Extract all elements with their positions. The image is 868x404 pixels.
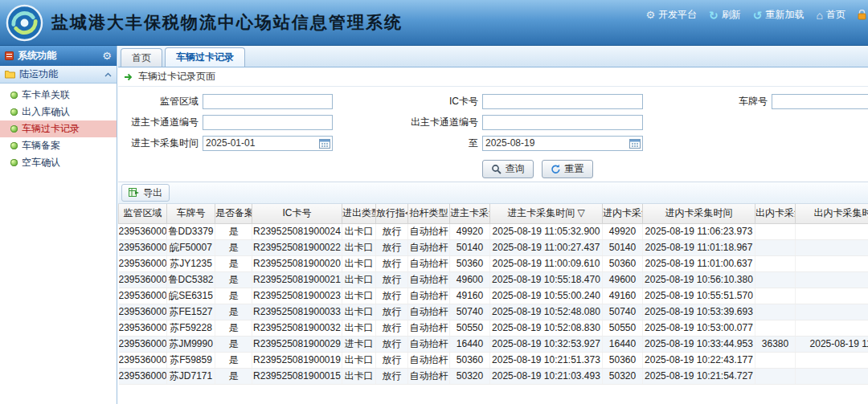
export-icon [129,188,140,198]
tab-home[interactable]: 首页 [121,48,162,67]
column-header[interactable]: 车牌号 [167,204,215,223]
table-row[interactable]: 2395360001苏JM9990是R239525081900029进卡口放行自… [119,336,868,352]
table-cell: 2025-08-19 11:01:00.637 [643,255,755,271]
column-header[interactable]: 抬杆类型 [408,204,450,223]
nav-logout[interactable] [858,10,866,20]
table-cell: 出卡口 [342,368,376,384]
table-cell: 自动抬杆 [408,352,450,368]
column-header[interactable]: 出内卡采集时间 [796,204,868,223]
time-from-input[interactable] [203,136,333,151]
table-row[interactable]: 2395360001鲁DD3379是R239525081900024出卡口放行自… [119,223,868,239]
column-header[interactable]: 进内卡采集重 [603,204,643,223]
table-cell: 50320 [603,368,643,384]
table-row[interactable]: 2395360001苏FE1527是R239525081900033出卡口放行自… [119,304,868,320]
grid-toolbar: 导出 [118,182,868,204]
sidebar-item-vehicle-pass-records[interactable]: 车辆过卡记录 [0,120,117,137]
table-cell: 自动抬杆 [408,368,450,384]
sidebar-items: 车卡单关联 出入库确认 车辆过卡记录 车辆备案 空车确认 [0,84,117,174]
column-header[interactable]: 进内卡采集时间 [643,204,755,223]
folder-icon [5,70,15,79]
table-cell: 自动抬杆 [408,336,450,352]
reset-button[interactable]: 重置 [542,160,593,178]
table-row[interactable]: 2395360001苏JY1235是R239525081900020出卡口放行自… [119,255,868,271]
table-cell: 进卡口 [342,336,376,352]
ic-card-input[interactable] [482,94,643,109]
nav-refresh-label: 刷新 [722,8,741,22]
column-header[interactable]: 出内卡采集重 [755,204,796,223]
table-cell: 2025-08-19 11:01:18.967 [643,239,755,255]
table-cell: 出卡口 [342,304,376,320]
region-input[interactable] [203,94,333,109]
table-cell: 50360 [603,352,643,368]
reset-icon [551,164,561,174]
table-row[interactable]: 2395360001苏JD7171是R239525081900015出卡口放行自… [119,368,868,384]
reset-button-label: 重置 [565,162,584,176]
table-row[interactable]: 2395360001皖SE6315是R239525081900023出卡口放行自… [119,288,868,304]
table-cell: 2025-08-19 10:22:43.177 [643,352,755,368]
calendar-icon[interactable] [319,138,330,149]
table-cell: 50320 [450,368,490,384]
gear-icon[interactable]: ⚙ [102,51,112,61]
region-label: 监管区域 [118,95,203,108]
column-header[interactable]: 放行指令 [376,204,408,223]
table-cell: 出卡口 [342,223,376,239]
column-header[interactable]: 进主卡采集时间 ▽ [490,204,603,223]
sidebar-item-card-association[interactable]: 车卡单关联 [0,87,117,104]
time-to-input[interactable] [482,136,643,151]
in-channel-input[interactable] [203,115,333,130]
query-button[interactable]: 查询 [482,160,534,178]
table-cell: 自动抬杆 [408,223,450,239]
table-body: 2395360001鲁DD3379是R239525081900024出卡口放行自… [119,223,868,384]
table-row[interactable]: 2395360001苏F59859是R239525081900019出卡口放行自… [119,352,868,368]
table-cell: R239525081900015 [252,368,342,384]
sidebar: 系统功能 ⚙ 陆运功能 车卡单关联 出入库确认 [0,46,117,404]
export-button-label: 导出 [143,186,162,200]
table-row[interactable]: 2395360001苏F59228是R239525081900032出卡口放行自… [119,320,868,336]
column-header[interactable]: IC卡号 [252,204,342,223]
table-row[interactable]: 2395360001皖F50007是R239525081900022出卡口放行自… [119,239,868,255]
table-cell: 放行 [376,352,408,368]
nav-reload[interactable]: ↺ 重新加载 [753,8,805,22]
column-header[interactable]: 是否备案 [215,204,252,223]
sidebar-item-vehicle-filing[interactable]: 车辆备案 [0,137,117,154]
table-cell: 自动抬杆 [408,271,450,288]
table-cell [796,320,868,336]
table-cell: 2395360001 [119,271,167,288]
table-cell: 2395360001 [119,304,167,320]
table-cell: 出卡口 [342,352,376,368]
nav-refresh[interactable]: ↻ 刷新 [709,8,741,22]
table-cell: R239525081900032 [252,320,342,336]
sidebar-group-land-transport[interactable]: 陆运功能 [0,66,117,84]
plate-input[interactable] [772,94,868,109]
table-row[interactable]: 2395360001鲁DC5382是R239525081900021出卡口放行自… [119,271,868,288]
column-header[interactable]: 监管区域 [119,204,167,223]
search-form: 监管区域 IC卡号 车牌号 进主卡通道编号 出主卡通道编号 进主卡采集时间 [118,87,868,178]
calendar-icon[interactable] [629,138,641,149]
table-cell: 16440 [450,336,490,352]
table-cell: 苏JY1235 [167,255,215,271]
table-cell: 出卡口 [342,239,376,255]
sidebar-title: 系统功能 [18,49,56,63]
table-cell [796,352,868,368]
column-header[interactable]: 进出类型 [342,204,376,223]
table-cell: 自动抬杆 [408,320,450,336]
table-cell: 50740 [603,304,643,320]
sidebar-item-empty-vehicle-confirm[interactable]: 空车确认 [0,154,117,171]
records-table: 监管区域车牌号是否备案IC卡号进出类型放行指令抬杆类型进主卡采集重进主卡采集时间… [118,204,868,385]
out-channel-input[interactable] [482,115,643,130]
table-cell: 自动抬杆 [408,288,450,304]
table-cell: 是 [215,223,252,239]
sidebar-item-inout-confirm[interactable]: 出入库确认 [0,104,117,120]
export-button[interactable]: 导出 [121,184,170,202]
table-cell: 出卡口 [342,255,376,271]
column-header[interactable]: 进主卡采集重 [450,204,490,223]
table-cell: 49600 [450,271,490,288]
table-cell: 50360 [450,352,490,368]
table-cell: 2395360001 [119,223,167,239]
bullet-icon [10,125,18,133]
nav-dev-platform[interactable]: ⚙ 开发平台 [645,8,697,22]
table-scroll-area[interactable]: 监管区域车牌号是否备案IC卡号进出类型放行指令抬杆类型进主卡采集重进主卡采集时间… [118,204,868,385]
tab-vehicle-pass-records[interactable]: 车辆过卡记录 [165,47,245,67]
table-cell: 49920 [450,223,490,239]
nav-home[interactable]: ⌂ 首页 [817,8,845,22]
